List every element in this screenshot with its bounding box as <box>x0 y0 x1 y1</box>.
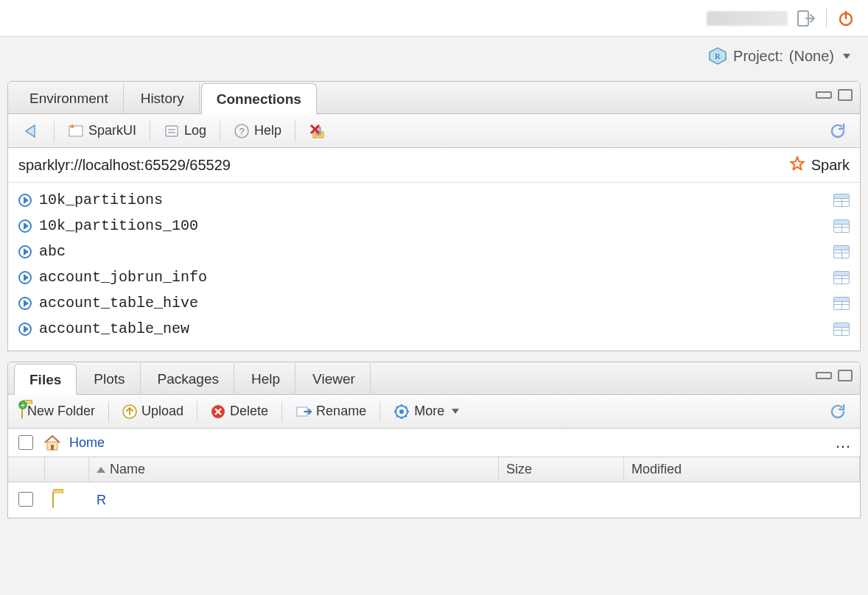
home-icon <box>43 434 62 451</box>
delete-button[interactable]: Delete <box>205 399 274 424</box>
table-name: account_table_hive <box>39 295 198 311</box>
column-header-size[interactable]: Size <box>499 457 624 482</box>
log-button[interactable]: Log <box>158 119 212 144</box>
pane-minimize-icon[interactable] <box>816 91 832 99</box>
separator <box>108 401 109 422</box>
separator <box>54 121 55 141</box>
files-tabstrip: Files Plots Packages Help Viewer <box>8 362 860 395</box>
chevron-down-icon <box>452 409 459 414</box>
delete-label: Delete <box>230 404 268 419</box>
upload-button[interactable]: Upload <box>116 399 189 424</box>
expand-icon[interactable] <box>18 297 32 310</box>
svg-line-28 <box>396 415 398 417</box>
file-list-body: R <box>8 482 860 518</box>
tables-list: 10k_partitions10k_partitions_100abcaccou… <box>8 183 860 351</box>
table-name: 10k_partitions <box>39 191 163 208</box>
table-row[interactable]: 10k_partitions_100 <box>8 213 860 239</box>
tab-connections[interactable]: Connections <box>201 83 317 114</box>
pane-maximize-icon[interactable] <box>838 89 853 101</box>
sparkui-button[interactable]: SparkUI <box>62 119 142 144</box>
expand-icon[interactable] <box>18 194 32 207</box>
svg-rect-31 <box>51 445 54 450</box>
tab-plots[interactable]: Plots <box>78 363 140 394</box>
preview-table-icon[interactable] <box>833 219 850 233</box>
connections-tabstrip: Environment History Connections <box>8 82 860 114</box>
files-toolbar: + New Folder Upload Delete <box>8 395 860 429</box>
disconnect-button[interactable] <box>303 119 334 144</box>
folder-icon <box>52 492 54 508</box>
preview-table-icon[interactable] <box>833 323 850 336</box>
project-cube-icon: R <box>708 46 727 66</box>
tab-help[interactable]: Help <box>236 363 295 394</box>
breadcrumb-home[interactable]: Home <box>69 435 105 451</box>
svg-text:R: R <box>715 52 721 60</box>
file-list-header: Name Size Modified <box>8 457 860 482</box>
separator <box>826 9 827 28</box>
expand-icon[interactable] <box>18 219 32 233</box>
expand-icon[interactable] <box>18 323 32 336</box>
refresh-button[interactable] <box>823 119 853 144</box>
tab-packages[interactable]: Packages <box>142 363 234 394</box>
connections-pane: Environment History Connections SparkUI <box>7 81 861 351</box>
svg-line-26 <box>405 415 407 417</box>
upload-label: Upload <box>141 404 183 419</box>
separator <box>197 401 197 422</box>
connection-string: sparklyr://localhost:65529/65529 <box>18 157 231 174</box>
table-row[interactable]: account_table_hive <box>8 290 860 316</box>
separator <box>379 401 380 422</box>
column-header-modified[interactable]: Modified <box>624 457 860 482</box>
tab-viewer[interactable]: Viewer <box>297 363 371 394</box>
preview-table-icon[interactable] <box>833 194 850 207</box>
chevron-down-icon[interactable] <box>843 54 850 59</box>
separator <box>295 121 295 141</box>
rename-label: Rename <box>316 404 366 419</box>
table-row[interactable]: 10k_partitions <box>8 187 860 213</box>
breadcrumb-more-icon[interactable]: … <box>835 433 851 452</box>
separator <box>150 121 150 141</box>
table-row[interactable]: account_table_new <box>8 316 860 342</box>
svg-point-29 <box>399 409 404 414</box>
row-checkbox[interactable] <box>18 492 33 507</box>
pane-minimize-icon[interactable] <box>816 372 832 379</box>
files-pane: Files Plots Packages Help Viewer + New F… <box>7 362 861 518</box>
svg-text:?: ? <box>239 126 244 137</box>
table-row[interactable]: account_jobrun_info <box>8 264 860 290</box>
preview-table-icon[interactable] <box>833 271 850 284</box>
preview-table-icon[interactable] <box>833 297 850 310</box>
svg-line-25 <box>396 406 398 408</box>
svg-line-27 <box>405 406 407 408</box>
new-folder-button[interactable]: + New Folder <box>15 399 101 424</box>
select-all-checkbox[interactable] <box>18 435 33 450</box>
file-size <box>499 497 624 503</box>
project-value: (None) <box>789 48 834 65</box>
preview-table-icon[interactable] <box>833 245 850 258</box>
file-modified <box>624 497 860 503</box>
tab-files[interactable]: Files <box>14 364 77 395</box>
power-icon[interactable] <box>836 8 856 29</box>
sign-out-icon[interactable] <box>797 8 817 29</box>
tab-history[interactable]: History <box>125 82 200 113</box>
more-label: More <box>414 404 444 419</box>
help-button[interactable]: ? Help <box>228 119 287 144</box>
more-button[interactable]: More <box>388 399 465 424</box>
connection-string-row: sparklyr://localhost:65529/65529 Spark <box>8 148 860 183</box>
new-folder-label: New Folder <box>27 404 95 419</box>
rename-button[interactable]: Rename <box>290 399 372 424</box>
file-row[interactable]: R <box>8 482 860 518</box>
files-breadcrumb: Home … <box>8 429 860 457</box>
log-label: Log <box>184 123 206 138</box>
pane-maximize-icon[interactable] <box>838 370 853 381</box>
table-name: 10k_partitions_100 <box>39 217 198 234</box>
separator <box>220 121 220 141</box>
project-strip: R Project: (None) <box>0 37 868 75</box>
back-button[interactable] <box>15 119 46 144</box>
table-name: account_jobrun_info <box>39 269 207 286</box>
refresh-button[interactable] <box>823 399 853 424</box>
sparkui-label: SparkUI <box>88 123 136 138</box>
column-header-name[interactable]: Name <box>89 457 499 482</box>
tab-environment[interactable]: Environment <box>14 82 124 113</box>
expand-icon[interactable] <box>18 245 32 258</box>
table-row[interactable]: abc <box>8 239 860 264</box>
file-name[interactable]: R <box>97 493 106 507</box>
expand-icon[interactable] <box>18 271 32 284</box>
